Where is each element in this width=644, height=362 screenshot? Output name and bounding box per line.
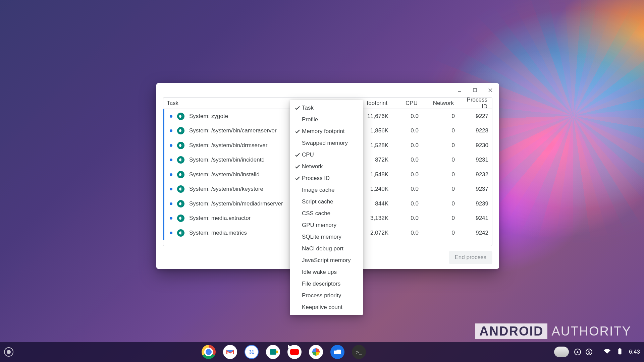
column-header-network[interactable]: Network <box>421 100 457 107</box>
cell-cpu: 0.0 <box>392 230 422 236</box>
cell-pid: 9231 <box>458 157 492 163</box>
context-menu-item-label: JavaScript memory <box>302 257 351 264</box>
context-menu-item-label: Task <box>302 105 314 111</box>
cell-network: 0 <box>422 186 458 192</box>
context-menu-item[interactable]: CPU <box>290 149 363 161</box>
context-menu-item[interactable]: File descriptors <box>290 278 363 290</box>
column-header-pid[interactable]: Process ID <box>457 97 491 110</box>
android-process-icon <box>177 229 184 237</box>
cell-pid: 9230 <box>458 142 492 149</box>
check-icon <box>293 176 302 181</box>
check-icon <box>293 164 302 169</box>
cell-network: 0 <box>422 157 458 163</box>
context-menu-item-label: GPU memory <box>302 222 336 229</box>
android-process-icon <box>177 171 184 178</box>
watermark-brand-rest: AUTHORITY <box>551 324 631 339</box>
shelf-app-photos[interactable] <box>309 345 323 359</box>
context-menu-item[interactable]: Process ID <box>290 172 363 184</box>
cell-network: 0 <box>422 127 458 134</box>
clock[interactable]: 6:43 <box>629 349 640 355</box>
account-avatar[interactable] <box>554 347 569 357</box>
launcher-button[interactable] <box>4 347 13 357</box>
cell-network: 0 <box>422 142 458 149</box>
task-name: System: /system/bin/installd <box>189 171 260 178</box>
row-selection-bullet <box>170 188 172 190</box>
context-menu-item[interactable]: Process priority <box>290 290 363 301</box>
context-menu-item-label: Profile <box>302 116 318 123</box>
cell-pid: 9237 <box>458 186 492 192</box>
row-selection-bullet <box>170 232 172 234</box>
check-icon <box>293 129 302 134</box>
cell-network: 0 <box>422 200 458 207</box>
context-menu-item-label: Process ID <box>302 175 330 182</box>
row-selection-bullet <box>170 173 172 176</box>
context-menu-item[interactable]: NaCl debug port <box>290 243 363 254</box>
shelf-app-files[interactable] <box>330 345 344 359</box>
cell-cpu: 0.0 <box>392 171 422 178</box>
shelf-apps: 31 <box>202 345 366 359</box>
shelf-app-chrome[interactable] <box>202 345 216 359</box>
check-icon <box>293 105 302 111</box>
shelf-app-gmail[interactable] <box>223 345 237 359</box>
end-process-button[interactable]: End process <box>449 251 493 264</box>
context-menu-item-label: SQLite memory <box>302 234 341 240</box>
android-process-icon <box>177 142 184 149</box>
row-selection-bullet <box>170 159 172 161</box>
cell-pid: 9232 <box>458 171 492 178</box>
context-menu-item-label: Image cache <box>302 187 334 193</box>
context-menu-item[interactable]: CSS cache <box>290 207 363 219</box>
check-icon <box>293 152 302 158</box>
android-process-icon <box>177 185 184 193</box>
notification-add-icon[interactable]: + <box>574 349 581 355</box>
svg-rect-0 <box>473 88 477 92</box>
row-selection-bullet <box>170 202 172 205</box>
context-menu-item[interactable]: Idle wake ups <box>290 266 363 278</box>
column-header-cpu[interactable]: CPU <box>391 100 421 107</box>
wifi-icon[interactable] <box>603 348 611 357</box>
cell-network: 0 <box>422 230 458 236</box>
row-selection-bullet <box>170 217 172 220</box>
window-maximize-button[interactable] <box>470 85 480 95</box>
android-process-icon <box>177 127 184 134</box>
system-tray[interactable]: + 5 6:43 <box>554 347 640 357</box>
context-menu-item[interactable]: Image cache <box>290 184 363 196</box>
shelf-app-calendar[interactable]: 31 <box>245 345 259 359</box>
cell-pid: 9227 <box>458 113 492 120</box>
context-menu-item[interactable]: Profile <box>290 114 363 125</box>
cell-cpu: 0.0 <box>392 142 422 149</box>
context-menu-item-label: Swapped memory <box>302 140 348 146</box>
android-process-icon <box>177 200 184 207</box>
cell-cpu: 0.0 <box>392 157 422 163</box>
shelf-app-meet[interactable] <box>266 345 280 359</box>
window-minimize-button[interactable] <box>455 85 464 95</box>
row-selection-bullet <box>170 144 172 147</box>
window-titlebar <box>156 83 499 97</box>
context-menu-item-label: CPU <box>302 152 314 158</box>
context-menu-item[interactable]: Script cache <box>290 196 363 207</box>
context-menu-item[interactable]: Network <box>290 161 363 172</box>
task-name: System: media.extractor <box>189 215 251 222</box>
context-menu-item[interactable]: Swapped memory <box>290 137 363 149</box>
context-menu-item-label: Idle wake ups <box>302 269 337 276</box>
context-menu-item[interactable]: Memory footprint <box>290 125 363 137</box>
tray-divider <box>598 347 598 357</box>
context-menu-item-label: Keepalive count <box>302 304 342 311</box>
context-menu-item[interactable]: GPU memory <box>290 219 363 231</box>
notification-count-badge[interactable]: 5 <box>586 349 592 355</box>
battery-icon[interactable] <box>616 348 624 357</box>
shelf-app-youtube[interactable] <box>287 345 302 359</box>
watermark: ANDROID AUTHORITY <box>475 323 631 339</box>
cell-cpu: 0.0 <box>392 200 422 207</box>
context-menu-item[interactable]: Keepalive count <box>290 301 363 313</box>
shelf-app-terminal[interactable] <box>352 345 366 359</box>
window-close-button[interactable] <box>486 85 495 95</box>
context-menu-item[interactable]: JavaScript memory <box>290 254 363 266</box>
context-menu-item[interactable]: Task <box>290 102 363 114</box>
column-context-menu: TaskProfileMemory footprintSwapped memor… <box>290 100 363 315</box>
cell-pid: 9242 <box>458 230 492 236</box>
android-process-icon <box>177 113 184 120</box>
task-name: System: media.metrics <box>189 230 247 236</box>
play-icon <box>288 345 291 348</box>
context-menu-item[interactable]: SQLite memory <box>290 231 363 243</box>
shelf: 31 + 5 6:43 <box>0 342 644 362</box>
